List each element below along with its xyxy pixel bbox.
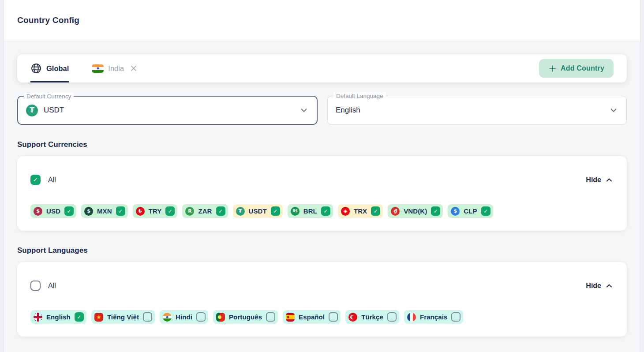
chip-checkbox[interactable] — [143, 312, 152, 322]
chip-francais[interactable]: Français — [404, 310, 464, 324]
languages-select-all[interactable]: All — [30, 281, 56, 291]
chip-checkbox[interactable] — [481, 206, 490, 216]
flag-es-icon — [286, 313, 295, 322]
page-header: Country Config — [4, 0, 640, 41]
languages-all-checkbox[interactable] — [30, 281, 41, 291]
chevron-up-icon — [605, 176, 614, 184]
chip-checkbox[interactable] — [165, 206, 175, 216]
chevron-up-icon — [605, 281, 614, 290]
chip-hindi[interactable]: Hindi — [160, 310, 208, 324]
country-config-panel: Country Config Global India — [4, 0, 640, 352]
tab-india[interactable]: India — [92, 54, 138, 82]
card-head: All Hide — [30, 281, 614, 291]
chip-checkbox[interactable] — [329, 312, 338, 322]
chip-checkbox[interactable] — [64, 206, 74, 216]
languages-hide-toggle[interactable]: Hide — [586, 281, 614, 290]
flag-tr-icon — [348, 313, 357, 322]
flag-fr-icon — [407, 313, 416, 322]
chip-label: ZAR — [198, 207, 212, 215]
chip-label: USDT — [249, 207, 267, 215]
flag-vn-icon — [94, 313, 103, 322]
page-title: Country Config — [17, 15, 79, 25]
chip-portugues[interactable]: Português — [213, 310, 278, 324]
flag-uk-icon — [34, 313, 42, 322]
mxn-coin-icon: $ — [84, 207, 93, 216]
default-language-value: English — [336, 106, 360, 115]
chip-label: Tiếng Việt — [107, 313, 139, 321]
support-currencies-heading: Support Currencies — [17, 140, 627, 149]
currencies-all-checkbox[interactable] — [30, 175, 41, 185]
chip-checkbox[interactable] — [116, 206, 125, 216]
chip-label: Español — [299, 313, 325, 321]
chip-trx[interactable]: ◈ TRX — [338, 204, 383, 218]
default-currency-label: Default Currency — [24, 93, 74, 100]
close-tab-icon[interactable] — [129, 64, 138, 73]
chip-checkbox[interactable] — [321, 206, 330, 216]
vnd-k-coin-icon: ₫ — [391, 207, 400, 216]
default-currency-value: USDT — [44, 106, 64, 115]
chip-clp[interactable]: $ CLP — [448, 204, 493, 218]
usdt-coin-icon: ₮ — [236, 207, 245, 216]
chip-checkbox[interactable] — [266, 312, 275, 322]
language-chip-list: English Tiếng Việt Hindi Português Españ… — [30, 310, 614, 324]
currencies-hide-label: Hide — [586, 176, 601, 184]
tab-india-label: India — [108, 64, 124, 73]
languages-hide-label: Hide — [586, 282, 601, 290]
trx-coin-icon: ◈ — [341, 207, 350, 216]
chip-label: USD — [46, 207, 60, 215]
currencies-all-label: All — [48, 176, 56, 184]
chip-label: Hindi — [176, 313, 192, 321]
chip-checkbox[interactable] — [75, 312, 84, 322]
add-country-label: Add Country — [561, 64, 604, 72]
chevron-down-icon — [299, 105, 309, 115]
languages-all-label: All — [48, 282, 56, 290]
chip-mxn[interactable]: $ MXN — [81, 204, 128, 218]
chip-label: TRX — [354, 207, 367, 215]
tab-global-label: Global — [46, 64, 69, 73]
chip-checkbox[interactable] — [271, 206, 280, 216]
currencies-hide-toggle[interactable]: Hide — [586, 176, 614, 184]
default-language-label: Default Language — [333, 92, 386, 100]
chip-label: BRL — [303, 207, 317, 215]
chip-label: Français — [420, 313, 448, 321]
chip-usdt[interactable]: ₮ USDT — [233, 204, 283, 218]
chip-checkbox[interactable] — [431, 206, 440, 216]
usd-coin-icon: $ — [34, 207, 42, 216]
chip-checkbox[interactable] — [196, 312, 206, 322]
brl-coin-icon: R$ — [291, 207, 300, 216]
defaults-row: Default Currency ₮ USDT Default Language… — [17, 96, 627, 125]
content-area: Global India Add Country Default Currenc… — [4, 41, 640, 337]
usdt-coin-icon: ₮ — [26, 105, 38, 116]
chip-checkbox[interactable] — [387, 312, 397, 322]
chip-turkce[interactable]: Türkçe — [345, 310, 399, 324]
chip-checkbox[interactable] — [216, 206, 225, 216]
chip-checkbox[interactable] — [371, 206, 380, 216]
chip-vnd-k[interactable]: ₫ VND(K) — [388, 204, 443, 218]
default-currency-select[interactable]: Default Currency ₮ USDT — [17, 96, 318, 125]
chip-label: TRY — [149, 207, 162, 215]
currencies-select-all[interactable]: All — [30, 175, 56, 185]
chip-english[interactable]: English — [30, 310, 86, 324]
chip-usd[interactable]: $ USD — [30, 204, 76, 218]
chip-label: Português — [229, 313, 262, 321]
support-languages-card: All Hide English Tiếng Việt Hindi Portug… — [17, 262, 627, 337]
india-flag-icon — [92, 64, 104, 73]
flag-in-icon — [163, 313, 172, 322]
try-coin-icon: ₺ — [136, 207, 145, 216]
chip-try[interactable]: ₺ TRY — [133, 204, 178, 218]
chip-zar[interactable]: R ZAR — [182, 204, 228, 218]
chip-label: MXN — [97, 207, 112, 215]
chip-brl[interactable]: R$ BRL — [288, 204, 333, 218]
chip-espanol[interactable]: Español — [283, 310, 341, 324]
add-country-button[interactable]: Add Country — [539, 59, 614, 78]
plus-icon — [548, 64, 557, 73]
chip-label: English — [46, 313, 71, 321]
chip-label: VND(K) — [404, 207, 427, 215]
support-languages-heading: Support Languages — [17, 246, 627, 255]
clp-coin-icon: $ — [451, 207, 460, 216]
tab-global[interactable]: Global — [30, 54, 69, 82]
support-currencies-card: All Hide $ USD $ MXN ₺ TRY R ZAR ₮ USDT — [17, 156, 627, 231]
default-language-select[interactable]: Default Language English — [327, 96, 627, 125]
chip-tieng-viet[interactable]: Tiếng Việt — [91, 310, 155, 324]
chip-checkbox[interactable] — [451, 312, 461, 322]
